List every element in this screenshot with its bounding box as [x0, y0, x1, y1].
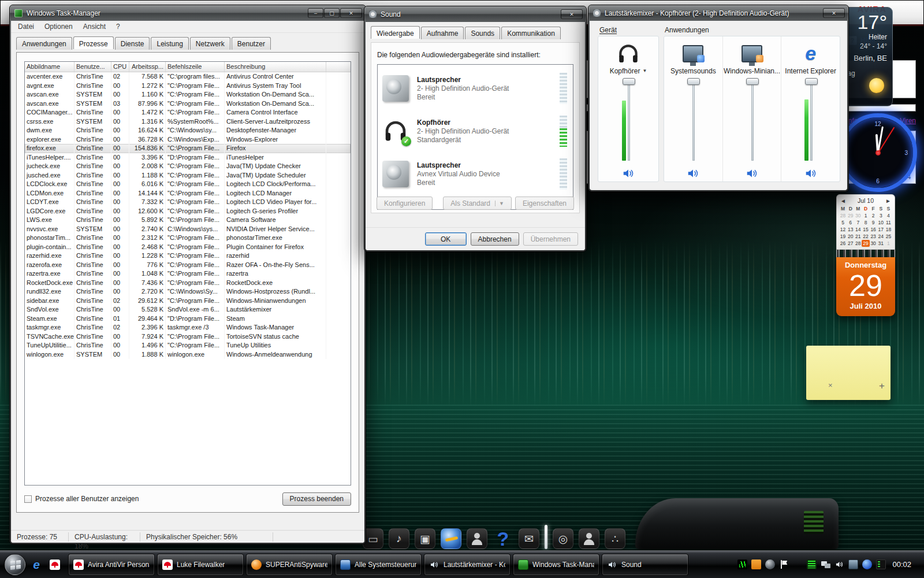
gpu-tray-icon[interactable]	[876, 560, 886, 569]
sound-tab[interactable]: Kommunikation	[501, 27, 561, 39]
calendar-day[interactable]: 1	[885, 240, 892, 247]
properties-button[interactable]: Eigenschaften	[515, 197, 574, 210]
maximize-button[interactable]: ▢	[324, 8, 340, 18]
calendar-day[interactable]: 3	[877, 212, 885, 219]
channel-label[interactable]: Systemsounds	[670, 66, 716, 76]
process-row[interactable]: rundll32.exe ChrisTine 00 2.720 K "C:\Wi…	[25, 287, 351, 297]
clock-gadget[interactable]: 12 3 6	[839, 113, 917, 192]
help-dock-icon[interactable]: ?	[493, 528, 513, 549]
calendar-day[interactable]: 6	[847, 219, 854, 226]
task-manager-titlebar[interactable]: Windows Task-Manager – ▢ ✕	[10, 5, 366, 21]
calendar-day[interactable]: 15	[862, 226, 869, 233]
column-header[interactable]	[326, 62, 351, 72]
sound-tab[interactable]: Sounds	[465, 27, 500, 39]
calendar-day[interactable]: 2	[870, 212, 877, 219]
calendar-day[interactable]: 4	[885, 212, 892, 219]
process-row[interactable]: dwm.exe ChrisTine 00 16.624 K "C:\Window…	[25, 126, 351, 135]
avira-tray-icon[interactable]	[793, 560, 803, 569]
apply-button[interactable]: Übernehmen	[523, 232, 578, 246]
note-add-icon[interactable]: +	[879, 380, 885, 392]
taskbar-button[interactable]: Alle Systemsteuerun...	[335, 554, 422, 576]
process-row[interactable]: jusched.exe ChrisTine 00 1.188 K "C:\Pro…	[25, 171, 351, 180]
calendar-day[interactable]: 29	[847, 212, 854, 219]
calendar-day[interactable]: 29	[862, 240, 869, 247]
process-row[interactable]: avcenter.exe ChrisTine 02 7.568 K "C:\pr…	[25, 72, 351, 81]
process-row[interactable]: LWS.exe ChrisTine 00 5.892 K "C:\Program…	[25, 216, 351, 225]
cancel-button[interactable]: Abbrechen	[471, 232, 519, 246]
calendar-day[interactable]: 31	[877, 240, 885, 247]
media-tray-icon[interactable]	[862, 560, 872, 569]
ok-button[interactable]: OK	[425, 232, 467, 246]
column-header[interactable]: CPU	[111, 62, 129, 72]
calendar-day[interactable]: 13	[847, 226, 854, 233]
channel-label[interactable]: Kopfhörer▼	[610, 66, 647, 76]
task-manager-tab[interactable]: Dienste	[115, 37, 150, 50]
configure-button[interactable]: Konfigurieren	[377, 197, 433, 210]
volume-slider[interactable]	[619, 78, 638, 164]
screen-dock-icon[interactable]: ▣	[415, 528, 435, 549]
volume-slider[interactable]	[801, 78, 821, 164]
process-row[interactable]: RocketDock.exe ChrisTine 00 7.436 K "C:\…	[25, 279, 351, 288]
minimize-button[interactable]: –	[308, 8, 323, 18]
calendar-day[interactable]: 16	[870, 226, 877, 233]
task-manager-tab[interactable]: Prozesse	[73, 36, 114, 49]
globe-dock-icon[interactable]	[441, 528, 461, 549]
process-row[interactable]: avscan.exe SYSTEM 03 87.996 K "C:\Progra…	[25, 99, 351, 109]
taskbar-button[interactable]: Avira AntiVir Persona...	[68, 554, 155, 576]
person-dock-icon[interactable]	[467, 528, 487, 549]
start-button[interactable]	[5, 554, 25, 575]
process-row[interactable]: avgnt.exe ChrisTine 00 1.272 K "C:\Progr…	[25, 81, 351, 91]
device-dropdown-icon[interactable]: ▼	[642, 68, 647, 73]
calendar-day[interactable]: 30	[854, 212, 862, 219]
process-row[interactable]: razerofa.exe ChrisTine 00 776 K "C:\Prog…	[25, 261, 351, 270]
quicklaunch-avira[interactable]	[49, 558, 61, 571]
process-row[interactable]: plugin-contain... ChrisTine 00 2.468 K "…	[25, 243, 351, 252]
set-default-dropdown-icon[interactable]: ▼	[495, 201, 504, 206]
calendar-day[interactable]: 18	[885, 226, 892, 233]
calendar-day[interactable]: 30	[870, 240, 877, 247]
display-tray-icon[interactable]	[848, 560, 858, 569]
person-dock-icon[interactable]	[579, 528, 599, 549]
process-list[interactable]: AbbildnameBenutze...CPUArbeitssp...Befeh…	[24, 61, 351, 486]
calendar-day[interactable]: 14	[854, 226, 862, 233]
process-row[interactable]: Steam.exe ChrisTine 01 29.464 K "D:\Prog…	[25, 314, 351, 324]
column-header[interactable]: Befehlszeile	[166, 62, 225, 72]
calendar-day[interactable]: 8	[862, 219, 869, 226]
process-row[interactable]: nvvsvc.exe SYSTEM 00 2.740 K C:\Windows\…	[25, 225, 351, 234]
meter-tray-icon[interactable]	[807, 560, 817, 569]
volume-slider[interactable]	[683, 78, 703, 164]
mute-speaker-icon[interactable]	[622, 165, 635, 181]
menu-item[interactable]: ?	[111, 21, 125, 32]
calendar-day[interactable]: 5	[839, 219, 847, 226]
process-row[interactable]: winlogon.exe SYSTEM 00 1.888 K winlogon.…	[25, 350, 351, 360]
process-row[interactable]: LGDCore.exe ChrisTine 00 12.600 K "C:\Pr…	[25, 207, 351, 216]
audio-device-item[interactable]: Lautsprecher Avnex Virtual Audio Device …	[379, 153, 572, 195]
end-process-button[interactable]: Prozess beenden	[282, 492, 351, 506]
calendar-day[interactable]: 25	[885, 233, 892, 240]
phonostar-tray-icon[interactable]	[751, 560, 761, 569]
column-header[interactable]: Benutze...	[74, 62, 111, 72]
task-manager-tab[interactable]: Benutzer	[232, 37, 271, 50]
process-row[interactable]: razerhid.exe ChrisTine 00 1.228 K "C:\Pr…	[25, 251, 351, 261]
task-manager-tab[interactable]: Anwendungen	[16, 37, 72, 50]
menu-item[interactable]: Optionen	[40, 21, 77, 32]
taskbar-button[interactable]: Lautstärkemixer - Ko...	[424, 554, 511, 576]
audio-device-item[interactable]: Lautsprecher 2- High Definition Audio-Ge…	[379, 67, 572, 110]
calendar-day[interactable]: 22	[862, 233, 869, 240]
process-row[interactable]: COCIManager... ChrisTine 00 1.472 K "C:\…	[25, 108, 351, 117]
calendar-day[interactable]: 28	[854, 240, 862, 247]
calendar-day[interactable]: 24	[877, 233, 885, 240]
playback-device-list[interactable]: Lautsprecher 2- High Definition Audio-Ge…	[377, 64, 573, 210]
column-header[interactable]: Beschreibung	[225, 62, 326, 72]
ring-dock-icon[interactable]: ◎	[553, 528, 573, 549]
process-row[interactable]: SndVol.exe ChrisTine 00 5.528 K SndVol.e…	[25, 305, 351, 314]
calendar-day[interactable]: 10	[877, 219, 885, 226]
calendar-day[interactable]: 28	[839, 212, 847, 219]
calendar-day[interactable]: 17	[877, 226, 885, 233]
process-row[interactable]: avscan.exe SYSTEM 00 1.160 K "C:\Program…	[25, 90, 351, 99]
close-button[interactable]: ✕	[823, 8, 845, 18]
divider[interactable]	[545, 525, 547, 549]
calendar-day[interactable]: 26	[839, 240, 847, 247]
taskbar-button[interactable]: Luke Filewalker	[157, 554, 244, 576]
channel-label[interactable]: Windows-Minian...	[724, 66, 780, 76]
